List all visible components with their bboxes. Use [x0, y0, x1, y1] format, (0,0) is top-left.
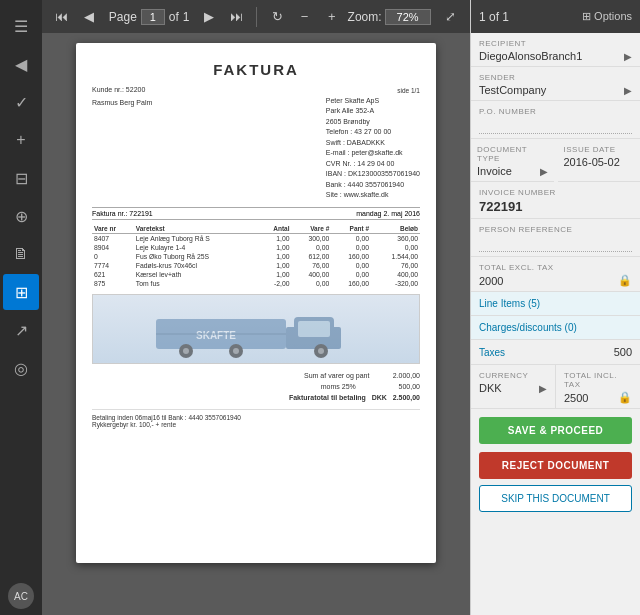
truck-image: SKAFTE: [146, 299, 366, 359]
invoice-meta: Faktura nr.: 722191 mandag 2. maj 2016: [92, 207, 420, 220]
total-incl-tax-label: TOTAL INCL. TAX: [564, 371, 632, 389]
zoom-input[interactable]: [385, 9, 431, 25]
next-page-button[interactable]: ▶: [198, 5, 221, 29]
company-name: Peter Skafte ApS: [326, 96, 420, 107]
total-incl-tax-value[interactable]: 2500: [564, 392, 588, 404]
phone: Telefon : 43 27 00 00: [326, 127, 420, 138]
issue-date-value[interactable]: 2016-05-02: [564, 156, 635, 168]
menu-icon[interactable]: ☰: [3, 8, 39, 44]
charges-section[interactable]: Charges/discounts (0): [471, 316, 640, 340]
total-incl-tax-field: TOTAL INCL. TAX 2500 🔒: [556, 365, 640, 408]
col-vare: Vare nr: [92, 224, 134, 234]
sender-arrow-icon: ▶: [624, 85, 632, 96]
total-excl-tax-row: 2000 🔒: [479, 274, 632, 287]
website: Site : www.skafte.dk: [326, 190, 420, 201]
refresh-button[interactable]: ↻: [265, 5, 288, 29]
col-belob: Beløb: [371, 224, 420, 234]
share-icon[interactable]: ↗: [3, 312, 39, 348]
currency-section: CURRENCY DKK ▶ TOTAL INCL. TAX 2500 🔒: [471, 365, 640, 409]
sender-value[interactable]: TestCompany ▶: [479, 84, 632, 96]
footer-line1: Betaling inden 06maj16 til Bank : 4440 3…: [92, 414, 420, 421]
invoice-num-label: Faktura nr.: 722191: [92, 210, 153, 217]
settings-icon[interactable]: ◎: [3, 350, 39, 386]
page-number-input[interactable]: [141, 9, 165, 25]
recipient-label: RECIPIENT: [479, 39, 632, 48]
table-row: 8407Leje Anlæg Tuborg Rå S1,00300,000,00…: [92, 233, 420, 243]
person-reference-value[interactable]: [479, 236, 632, 252]
col-antal: Antal: [259, 224, 291, 234]
zoom-control: Zoom:: [348, 9, 431, 25]
invoice-number-value[interactable]: 722191: [479, 199, 632, 214]
toolbar: ⏮ ◀ Page of 1 ▶ ⏭ ↻ − + Zoom: ⤢: [42, 0, 470, 33]
bank: Bank : 4440 3557061940: [326, 180, 420, 191]
doc-footer: Betaling inden 06maj16 til Bank : 4440 3…: [92, 409, 420, 428]
grid-icon[interactable]: ⊟: [3, 160, 39, 196]
recipient-name: Rasmus Berg Palm: [92, 99, 152, 106]
right-panel: 1 of 1 ⊞ Options RECIPIENT DiegoAlonsoBr…: [470, 0, 640, 615]
table-row: 0Fus Øko Tuborg Rå 25S1,00612,00160,001.…: [92, 252, 420, 261]
recipient-arrow-icon: ▶: [624, 51, 632, 62]
document-type-label: DOCUMENT TYPE: [477, 145, 548, 163]
plus-icon[interactable]: +: [3, 122, 39, 158]
doc-title: FAKTURA: [92, 61, 420, 78]
invoice-number-label: INVOICE NUMBER: [479, 188, 632, 197]
back-icon[interactable]: ◀: [3, 46, 39, 82]
of-label: of: [169, 10, 179, 24]
main-area: ⏮ ◀ Page of 1 ▶ ⏭ ↻ − + Zoom: ⤢ FAKTURA …: [42, 0, 470, 615]
currency-value[interactable]: DKK ▶: [479, 382, 547, 394]
page-label: Page: [109, 10, 137, 24]
recipient-value[interactable]: DiegoAlonsoBranch1 ▶: [479, 50, 632, 62]
panel-header: 1 of 1 ⊞ Options: [471, 0, 640, 33]
table-row: 875Tom fus-2,000,00160,00-320,00: [92, 279, 420, 288]
total-excl-tax-value[interactable]: 2000: [479, 275, 503, 287]
taxes-label[interactable]: Taxes: [479, 347, 505, 358]
check-icon[interactable]: ✓: [3, 84, 39, 120]
sidebar: ☰ ◀ ✓ + ⊟ ⊕ 🗎 ⊞ ↗ ◎ AC: [0, 0, 42, 615]
avatar[interactable]: AC: [8, 583, 34, 609]
apps-icon[interactable]: ⊞: [3, 274, 39, 310]
date-label: mandag 2. maj 2016: [356, 210, 420, 217]
zoom-out-button[interactable]: −: [293, 5, 316, 29]
truck-watermark: SKAFTE: [92, 294, 420, 364]
issue-date-field: ISSUE DATE 2016-05-02: [558, 139, 641, 182]
save-proceed-button[interactable]: SAVE & PROCEED: [479, 417, 632, 444]
document-type-value[interactable]: Invoice ▶: [477, 165, 548, 177]
table-row: 7774Fadøls-krus 70x46cl1,0076,000,0076,0…: [92, 261, 420, 270]
first-page-button[interactable]: ⏮: [50, 5, 73, 29]
charges-label: Charges/discounts (0): [479, 322, 577, 333]
issue-date-label: ISSUE DATE: [564, 145, 635, 154]
address2: 2605 Brøndby: [326, 117, 420, 128]
po-number-value[interactable]: [479, 118, 632, 134]
globe-icon[interactable]: ⊕: [3, 198, 39, 234]
file-icon[interactable]: 🗎: [3, 236, 39, 272]
line-items-section[interactable]: Line Items (5): [471, 292, 640, 316]
currency-label: CURRENCY: [479, 371, 547, 380]
person-reference-label: PERSON REFERENCE: [479, 225, 632, 234]
currency-field: CURRENCY DKK ▶: [471, 365, 556, 408]
skip-document-button[interactable]: SKIP THIS DOCUMENT: [479, 485, 632, 512]
zoom-in-button[interactable]: +: [320, 5, 343, 29]
po-number-label: P.O. NUMBER: [479, 107, 632, 116]
options-button[interactable]: ⊞ Options: [582, 10, 632, 23]
person-reference-field: PERSON REFERENCE: [471, 219, 640, 257]
total-incl-tax-row: 2500 🔒: [564, 391, 632, 404]
sender-label: SENDER: [479, 73, 632, 82]
doc-totals: Sum af varer og pant 2.000,00 moms 25% 5…: [92, 370, 420, 404]
table-row: 621Kærsel lev+ath1,00400,000,00400,00: [92, 270, 420, 279]
svg-point-5: [183, 348, 189, 354]
last-page-button[interactable]: ⏭: [225, 5, 248, 29]
col-varetekst: Varetekst: [134, 224, 259, 234]
zoom-label: Zoom:: [348, 10, 382, 24]
prev-page-button[interactable]: ◀: [77, 5, 100, 29]
total-label: Fakturatotal til betaling: [289, 394, 366, 401]
lock-icon: 🔒: [618, 274, 632, 287]
kunde-label: Kunde nr.: 52200: [92, 86, 152, 93]
doctype-date-row: DOCUMENT TYPE Invoice ▶ ISSUE DATE 2016-…: [471, 139, 640, 182]
total-lock-icon: 🔒: [618, 391, 632, 404]
document-type-field: DOCUMENT TYPE Invoice ▶: [471, 139, 554, 182]
sender-field: SENDER TestCompany ▶: [471, 67, 640, 101]
reject-document-button[interactable]: REJECT DOCUMENT: [479, 452, 632, 479]
fit-button[interactable]: ⤢: [439, 5, 462, 29]
viewer-container[interactable]: FAKTURA Kunde nr.: 52200 Rasmus Berg Pal…: [42, 33, 470, 615]
sum-label: Sum af varer og pant: [304, 372, 369, 379]
